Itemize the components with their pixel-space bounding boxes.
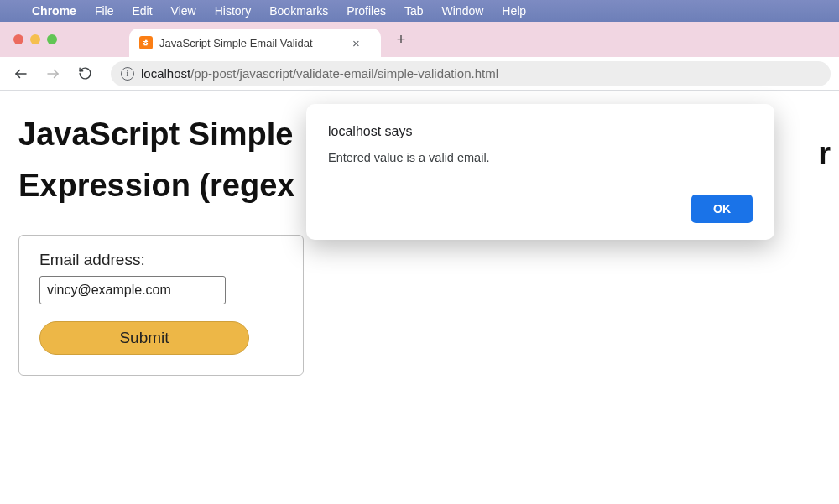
reload-button[interactable] bbox=[72, 61, 97, 86]
alert-origin: localhost says bbox=[328, 124, 753, 139]
js-alert-dialog: localhost says Entered value is a valid … bbox=[306, 104, 774, 240]
submit-button[interactable]: Submit bbox=[39, 321, 249, 355]
menubar-item-profiles[interactable]: Profiles bbox=[347, 4, 386, 18]
window-minimize-button[interactable] bbox=[30, 34, 40, 44]
alert-message: Entered value is a valid email. bbox=[328, 151, 753, 164]
back-button[interactable] bbox=[8, 61, 34, 86]
tab-close-icon[interactable]: × bbox=[351, 36, 362, 50]
chrome-tabstrip: ರ JavaScript Simple Email Validat × + bbox=[0, 22, 839, 57]
tab-title: JavaScript Simple Email Validat bbox=[159, 37, 344, 49]
address-bar[interactable]: i localhost/pp-post/javascript/validate-… bbox=[111, 61, 831, 86]
url-text: localhost/pp-post/javascript/validate-em… bbox=[141, 66, 498, 81]
tab-favicon-icon: ರ bbox=[139, 36, 153, 49]
email-label: Email address: bbox=[39, 251, 283, 269]
site-info-icon[interactable]: i bbox=[121, 67, 134, 81]
window-controls bbox=[13, 34, 57, 44]
page-title-line2: Expression (regex bbox=[18, 168, 294, 203]
url-host: localhost bbox=[141, 66, 190, 81]
alert-ok-button[interactable]: OK bbox=[691, 195, 753, 223]
page-title-trail: r bbox=[818, 136, 831, 172]
menubar-item-edit[interactable]: Edit bbox=[132, 4, 152, 18]
window-fullscreen-button[interactable] bbox=[47, 34, 57, 44]
browser-tab[interactable]: ರ JavaScript Simple Email Validat × bbox=[129, 29, 381, 57]
menubar-item-file[interactable]: File bbox=[95, 4, 114, 18]
page-title-line1: JavaScript Simple bbox=[18, 117, 293, 152]
arrow-left-icon bbox=[13, 66, 29, 81]
macos-menubar: Chrome File Edit View History Bookmarks … bbox=[0, 0, 839, 22]
url-path: /pp-post/javascript/validate-email/simpl… bbox=[190, 66, 498, 81]
email-input[interactable] bbox=[39, 276, 226, 304]
menubar-item-view[interactable]: View bbox=[171, 4, 196, 18]
menubar-item-window[interactable]: Window bbox=[442, 4, 484, 18]
menubar-app[interactable]: Chrome bbox=[32, 4, 76, 18]
menubar-item-tab[interactable]: Tab bbox=[404, 4, 424, 18]
browser-toolbar: i localhost/pp-post/javascript/validate-… bbox=[0, 57, 839, 91]
menubar-item-help[interactable]: Help bbox=[502, 4, 526, 18]
arrow-right-icon bbox=[45, 66, 60, 81]
menubar-item-history[interactable]: History bbox=[215, 4, 252, 18]
alert-actions: OK bbox=[328, 195, 753, 223]
menubar-item-bookmarks[interactable]: Bookmarks bbox=[269, 4, 328, 18]
forward-button[interactable] bbox=[40, 61, 65, 86]
email-form: Email address: Submit bbox=[18, 235, 304, 376]
new-tab-button[interactable]: + bbox=[389, 28, 413, 51]
reload-icon bbox=[78, 66, 92, 81]
window-close-button[interactable] bbox=[13, 34, 23, 44]
